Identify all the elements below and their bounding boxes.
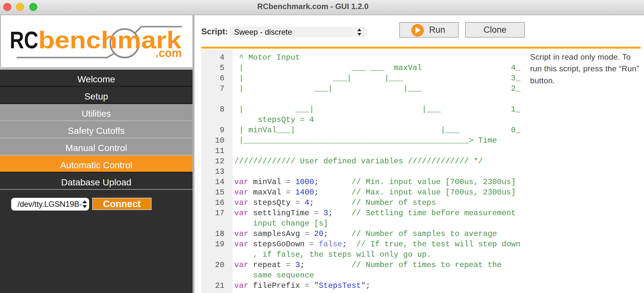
svg-text:.com: .com [155,46,182,60]
svg-text:RC: RC [10,27,38,53]
